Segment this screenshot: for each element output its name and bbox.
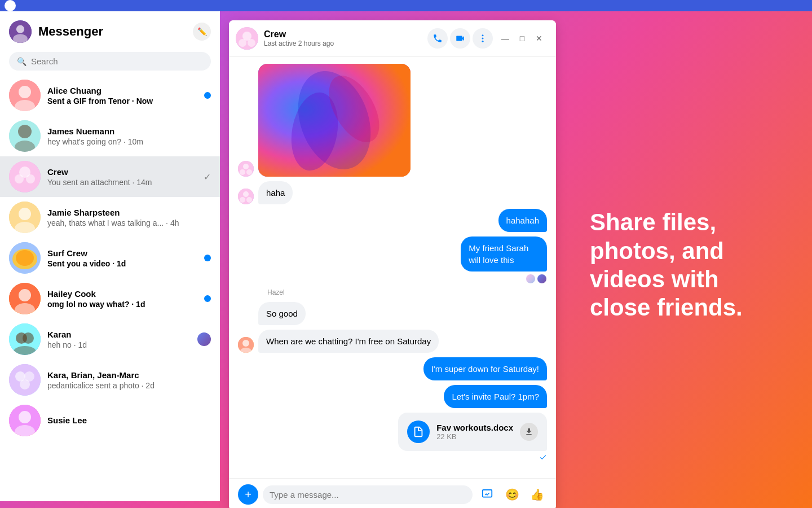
msg-row-haha: haha xyxy=(238,181,547,204)
conv-info-surf: Surf Crew Sent you a video · 1d xyxy=(47,248,200,268)
svg-point-50 xyxy=(240,197,245,203)
svg-point-11 xyxy=(15,174,24,183)
maximize-button[interactable]: □ xyxy=(514,30,530,46)
conv-preview-crew: You sent an attachment · 14m xyxy=(47,178,199,187)
conv-preview-kara: pedanticalice sent a photo · 2d xyxy=(47,381,211,390)
conv-avatar-kara xyxy=(9,364,41,396)
svg-point-4 xyxy=(19,86,31,98)
conv-item-james[interactable]: James Nuemann hey what's going on? · 10m xyxy=(0,116,220,156)
sender-label-hazel: Hazel xyxy=(263,288,547,297)
conv-item-hailey[interactable]: Hailey Cook omg lol no way what? · 1d xyxy=(0,278,220,319)
msg-bubble-haha: haha xyxy=(258,181,293,204)
main-layout: Messenger ✏️ 🔍 Alice Chuang Sent a GIF f… xyxy=(0,11,812,508)
read-receipt xyxy=(539,453,547,461)
reaction-avatar-1 xyxy=(526,274,536,284)
unread-dot-alice xyxy=(204,92,211,99)
promo-section: Share files, photos, and videos with clo… xyxy=(556,11,812,508)
svg-point-38 xyxy=(482,38,484,40)
conv-name-karan: Karan xyxy=(47,330,193,339)
conv-preview-karan: heh no · 1d xyxy=(47,340,193,349)
conv-preview-hailey: omg lol no way what? · 1d xyxy=(47,300,200,309)
like-button[interactable]: 👍 xyxy=(527,484,547,505)
conv-name-jamie: Jamie Sharpsteen xyxy=(47,208,211,217)
msg-avatar-crew-2 xyxy=(238,189,254,204)
file-size: 22 KB xyxy=(436,432,513,441)
message-input[interactable] xyxy=(263,485,473,504)
unread-dot-surf xyxy=(204,255,211,261)
conv-name-crew: Crew xyxy=(47,167,199,177)
conv-item-crew[interactable]: Crew You sent an attachment · 14m ✓ xyxy=(0,156,220,197)
msg-bubble-superdown: I'm super down for Saturday! xyxy=(423,357,547,380)
unread-dot-hailey xyxy=(204,295,211,302)
emoji-button[interactable]: 😊 xyxy=(502,484,522,505)
conv-item-karan[interactable]: Karan heh no · 1d xyxy=(0,319,220,360)
sidebar: Messenger ✏️ 🔍 Alice Chuang Sent a GIF f… xyxy=(0,11,220,501)
video-call-button[interactable] xyxy=(450,28,470,49)
conv-name-kara: Kara, Brian, Jean-Marc xyxy=(47,370,211,380)
conv-name-james: James Nuemann xyxy=(47,126,211,136)
msg-row-hahahah: hahahah xyxy=(238,209,547,232)
file-icon xyxy=(407,421,430,443)
friend-avatar-karan xyxy=(197,332,211,346)
svg-point-51 xyxy=(246,197,252,203)
conv-item-alice[interactable]: Alice Chuang Sent a GIF from Tenor · Now xyxy=(0,75,220,116)
file-download-button[interactable] xyxy=(520,423,538,441)
reaction-avatar-2 xyxy=(537,274,547,284)
conv-item-surf[interactable]: Surf Crew Sent you a video · 1d xyxy=(0,238,220,278)
conv-meta-hailey xyxy=(204,295,211,302)
sticker-button[interactable] xyxy=(477,484,497,505)
msg-row-sarah: My friend Sarah will love this xyxy=(238,237,547,284)
svg-point-20 xyxy=(19,289,31,301)
svg-point-42 xyxy=(240,169,245,175)
my-avatar[interactable] xyxy=(9,20,32,43)
file-info: Fav workouts.docx 22 KB xyxy=(436,423,513,441)
conv-item-susie[interactable]: Susie Lee xyxy=(0,400,220,441)
conv-name-surf: Surf Crew xyxy=(47,248,200,258)
svg-point-14 xyxy=(19,208,31,220)
more-options-button[interactable] xyxy=(473,28,493,49)
conv-info-karan: Karan heh no · 1d xyxy=(47,330,193,349)
conv-meta-crew: ✓ xyxy=(204,172,211,182)
conv-avatar-james xyxy=(9,120,41,152)
msg-bubble-paul: Let's invite Paul? 1pm? xyxy=(444,385,547,408)
chat-header-actions xyxy=(427,28,493,49)
conv-avatar-crew xyxy=(9,161,41,192)
conv-info-crew: Crew You sent an attachment · 14m xyxy=(47,167,199,187)
conv-avatar-susie xyxy=(9,405,41,436)
conv-item-kara[interactable]: Kara, Brian, Jean-Marc pedanticalice sen… xyxy=(0,360,220,400)
conv-meta-karan xyxy=(197,332,211,346)
conv-avatar-jamie xyxy=(9,202,41,233)
msg-row-paul: Let's invite Paul? 1pm? xyxy=(238,385,547,408)
minimize-button[interactable]: — xyxy=(497,30,513,46)
conv-item-jamie[interactable]: Jamie Sharpsteen yeah, thats what I was … xyxy=(0,197,220,238)
msg-row-image xyxy=(238,64,547,177)
phone-call-button[interactable] xyxy=(427,28,448,49)
conv-name-hailey: Hailey Cook xyxy=(47,289,200,299)
chat-window: Crew Last active 2 hours ago — xyxy=(229,20,556,508)
conv-avatar-karan xyxy=(9,323,41,355)
sidebar-header: Messenger ✏️ xyxy=(0,11,220,47)
msg-bubble-sarah: My friend Sarah will love this xyxy=(461,237,547,271)
conv-preview-james: hey what's going on? · 10m xyxy=(47,137,211,146)
edit-button[interactable]: ✏️ xyxy=(193,23,211,41)
conversation-list: Alice Chuang Sent a GIF from Tenor · Now… xyxy=(0,75,220,501)
conv-info-kara: Kara, Brian, Jean-Marc pedanticalice sen… xyxy=(47,370,211,390)
conv-avatar-alice xyxy=(9,80,41,111)
add-attachment-button[interactable]: + xyxy=(238,484,258,505)
close-button[interactable]: ✕ xyxy=(531,30,547,46)
file-bubble: Fav workouts.docx 22 KB xyxy=(398,413,547,451)
search-bar[interactable]: 🔍 xyxy=(9,52,211,71)
msg-row-sogood: So good xyxy=(238,302,547,325)
sidebar-title: Messenger xyxy=(38,24,193,39)
top-bar xyxy=(0,0,812,11)
conv-avatar-hailey xyxy=(9,283,41,314)
search-icon: 🔍 xyxy=(17,57,27,66)
svg-point-1 xyxy=(16,25,24,33)
msg-image xyxy=(258,64,411,177)
msg-bubble-chatting: When are we chatting? I'm free on Saturd… xyxy=(258,330,439,353)
msg-row-superdown: I'm super down for Saturday! xyxy=(238,357,547,380)
conv-info-susie: Susie Lee xyxy=(47,415,211,426)
search-input[interactable] xyxy=(31,56,203,66)
chat-name: Crew xyxy=(264,29,427,40)
msg-avatar-hazel xyxy=(238,337,254,353)
